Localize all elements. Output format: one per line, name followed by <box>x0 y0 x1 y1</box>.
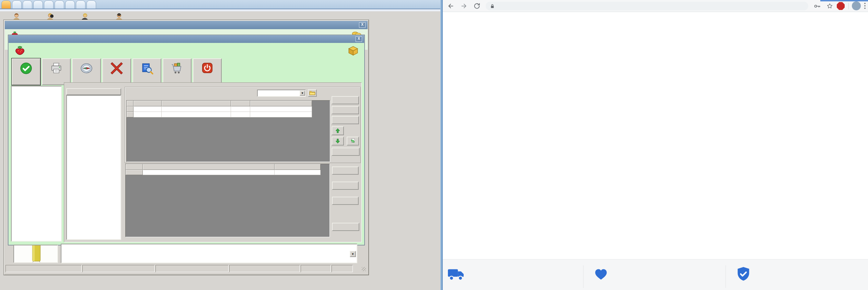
password-key-icon[interactable] <box>814 4 821 8</box>
tab-desktop[interactable] <box>1 0 11 9</box>
window-close-icon[interactable]: X <box>359 22 366 28</box>
heart-icon <box>594 267 608 281</box>
app-tabbar <box>0 0 440 9</box>
omnibox[interactable] <box>486 2 808 10</box>
navigator-button[interactable] <box>72 58 101 85</box>
status-license <box>229 265 300 272</box>
tab-ecommerce-ebay[interactable] <box>55 0 64 9</box>
browser-window-edge <box>440 0 443 290</box>
window-titlebar[interactable]: X <box>5 21 368 29</box>
equivalente-groupbox: ▼ <box>125 87 361 163</box>
toolbar-separator <box>848 3 849 9</box>
status-records <box>5 265 82 272</box>
tab-magazzino[interactable] <box>33 0 43 9</box>
contenuto-add-button[interactable] <box>332 166 359 175</box>
cart-icon <box>171 62 184 75</box>
tab-forum-di-supporto[interactable] <box>65 0 75 9</box>
col-descrizione[interactable] <box>162 101 231 106</box>
delete-button[interactable] <box>102 58 131 85</box>
dialog-close-icon[interactable]: X <box>356 36 362 42</box>
erp-app: X X <box>0 0 440 290</box>
html-source-editor[interactable]: ▼ <box>61 244 357 263</box>
strawberry-header-icon <box>13 45 27 57</box>
exit-button[interactable] <box>193 58 222 85</box>
chevron-down-icon[interactable]: ▼ <box>300 91 305 96</box>
shield-check-icon <box>736 266 751 282</box>
equivalente-delete-button[interactable] <box>332 106 359 114</box>
equivalente-import-button[interactable] <box>332 116 359 124</box>
dialog-titlebar[interactable]: X <box>9 35 364 43</box>
status-time <box>332 265 353 272</box>
contenuto-delete-button[interactable] <box>332 182 359 190</box>
printer-icon <box>50 62 63 75</box>
power-icon <box>201 62 213 74</box>
status-company <box>82 265 155 272</box>
arrow-down-icon <box>335 138 340 144</box>
add-to-cart-button[interactable] <box>163 58 192 85</box>
tab-contabilita[interactable] <box>44 0 54 9</box>
adblock-abp-icon[interactable] <box>837 2 845 10</box>
col-annotazioni[interactable] <box>275 164 321 170</box>
window-anagrafica-articoli: X X <box>3 20 369 275</box>
statusbar <box>5 264 368 273</box>
cell-note <box>250 106 312 112</box>
features-bar <box>443 259 868 290</box>
reload-icon[interactable] <box>473 2 481 10</box>
move-up-button[interactable] <box>332 126 344 135</box>
feature-divider-1 <box>583 265 583 288</box>
equivalente-delete-all-button[interactable] <box>332 148 360 156</box>
contenuto-delete-all-button[interactable] <box>332 223 359 231</box>
tab-vendite[interactable] <box>12 0 22 9</box>
cell-descrizione <box>162 106 231 112</box>
visualizzazione-select[interactable]: ▼ <box>257 90 306 97</box>
padlock-icon[interactable] <box>490 4 494 9</box>
move-down-button[interactable] <box>332 137 344 146</box>
col-descrizione2[interactable] <box>143 164 275 170</box>
equivalente-add-button[interactable] <box>332 96 359 104</box>
equivalente-grid <box>126 100 330 162</box>
other-button[interactable] <box>132 58 161 85</box>
compass-icon <box>80 62 93 75</box>
bookmark-star-icon[interactable] <box>826 3 833 9</box>
table-row[interactable] <box>127 106 312 112</box>
tab-more[interactable] <box>86 0 96 9</box>
gold-box-icon <box>347 44 360 58</box>
col-quant[interactable] <box>231 101 250 106</box>
browser-toolbar <box>443 0 868 12</box>
tipi-header-button[interactable] <box>66 88 121 95</box>
tab-gestione-messaggistica[interactable] <box>76 0 85 9</box>
contenuto-import-button[interactable] <box>332 197 359 205</box>
arrow-up-icon <box>335 128 340 134</box>
swap-button[interactable] <box>347 137 359 146</box>
open-view-button[interactable] <box>308 89 317 97</box>
window-top-accent <box>820 0 868 1</box>
save-button[interactable] <box>12 58 40 85</box>
tab-acquisti[interactable] <box>23 0 32 9</box>
save-check-icon <box>20 62 33 75</box>
book-search-icon <box>140 62 153 75</box>
articoli-collegati-panel: ▼ <box>64 82 362 242</box>
back-icon[interactable] <box>447 2 454 10</box>
red-x-icon <box>110 62 123 75</box>
cell-codice <box>134 106 162 112</box>
feature-divider-2 <box>726 265 726 288</box>
truck-icon <box>448 266 465 282</box>
menu-dots-icon[interactable] <box>864 3 866 9</box>
table-row-empty[interactable] <box>127 112 312 117</box>
col-codice[interactable] <box>134 101 162 106</box>
resize-grip[interactable] <box>362 267 366 271</box>
table-row-empty[interactable] <box>126 170 321 175</box>
editor-dropdown-icon[interactable]: ▼ <box>350 251 356 257</box>
product-photo[interactable] <box>13 245 58 263</box>
status-date <box>301 265 331 272</box>
col-note[interactable] <box>250 101 312 106</box>
cell-quant <box>231 106 250 112</box>
col-cod[interactable] <box>126 164 143 170</box>
browser <box>443 0 868 290</box>
print-button[interactable] <box>42 58 71 85</box>
forward-icon[interactable] <box>460 2 467 10</box>
swap-arrows-icon <box>350 138 356 144</box>
profile-avatar[interactable] <box>852 1 861 10</box>
dialog-sidebar <box>11 86 62 242</box>
tabbar-strip <box>0 9 440 11</box>
